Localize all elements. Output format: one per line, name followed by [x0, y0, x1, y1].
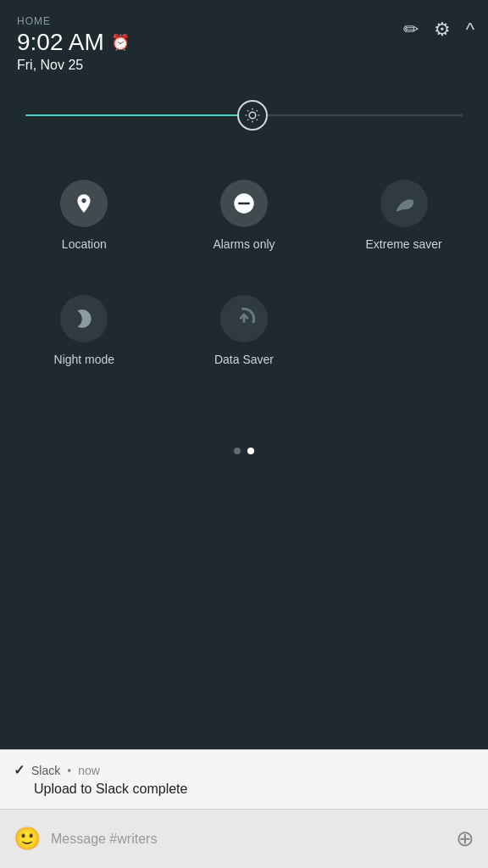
- extreme-saver-label: Extreme saver: [366, 237, 442, 251]
- message-placeholder[interactable]: Message #writers: [51, 832, 446, 847]
- data-saver-label: Data Saver: [214, 353, 274, 366]
- collapse-icon[interactable]: ^: [466, 19, 474, 41]
- brightness-icon: [245, 108, 260, 123]
- top-toolbar: ✏ ⚙ ^: [403, 19, 474, 41]
- alarm-clock-icon: ⏰: [111, 33, 130, 52]
- svg-rect-10: [238, 203, 250, 204]
- add-icon[interactable]: ⊕: [456, 826, 474, 852]
- notification-message: Upload to Slack complete: [14, 782, 474, 797]
- location-icon-circle: [60, 180, 108, 227]
- notification-header: ✓ Slack • now: [14, 762, 474, 778]
- message-input-bar: 🙂 Message #writers ⊕: [0, 809, 488, 868]
- brightness-slider-container[interactable]: [0, 73, 488, 149]
- alarms-only-icon: [232, 192, 256, 215]
- night-mode-label: Night mode: [54, 353, 115, 366]
- quick-toggles-row2: Night mode Data Saver: [0, 281, 488, 397]
- brightness-slider[interactable]: [25, 98, 463, 132]
- toggle-location[interactable]: Location: [8, 166, 160, 264]
- svg-line-4: [257, 120, 258, 120]
- night-mode-icon-circle: [60, 295, 108, 342]
- location-icon: [73, 192, 95, 214]
- edit-icon[interactable]: ✏: [403, 19, 419, 41]
- notification-panel[interactable]: ✓ Slack • now Upload to Slack complete: [0, 749, 488, 809]
- data-saver-icon-circle: [220, 295, 268, 342]
- emoji-icon[interactable]: 🙂: [14, 826, 41, 852]
- pagination-dots: [0, 448, 488, 454]
- quick-toggles-row1: Location Alarms only Extreme saver: [0, 149, 488, 281]
- toggle-night-mode[interactable]: Night mode: [8, 281, 160, 380]
- extreme-saver-icon-circle: [380, 180, 428, 227]
- dot-2: [247, 448, 254, 454]
- svg-line-8: [257, 110, 258, 111]
- svg-point-0: [250, 112, 257, 119]
- toggle-alarms-only[interactable]: Alarms only: [169, 166, 320, 264]
- location-label: Location: [62, 237, 107, 251]
- svg-line-3: [247, 110, 248, 111]
- alarms-only-label: Alarms only: [213, 237, 274, 251]
- night-mode-icon: [73, 308, 95, 330]
- date-display: Fri, Nov 25: [17, 58, 471, 73]
- svg-line-7: [247, 120, 248, 120]
- settings-icon[interactable]: ⚙: [434, 19, 451, 41]
- notification-time: now: [78, 764, 100, 777]
- extreme-saver-icon: [392, 192, 416, 215]
- time-display: 9:02 AM: [17, 29, 104, 56]
- data-saver-icon: [232, 307, 256, 331]
- slider-thumb[interactable]: [237, 100, 268, 131]
- alarms-only-icon-circle: [220, 180, 268, 227]
- check-icon: ✓: [14, 762, 25, 778]
- toggle-data-saver[interactable]: Data Saver: [169, 281, 320, 380]
- notification-app: Slack: [31, 764, 60, 777]
- dot-1: [234, 448, 241, 454]
- slider-fill: [25, 114, 252, 116]
- notification-separator: •: [67, 764, 71, 777]
- toggle-extreme-saver[interactable]: Extreme saver: [328, 166, 480, 264]
